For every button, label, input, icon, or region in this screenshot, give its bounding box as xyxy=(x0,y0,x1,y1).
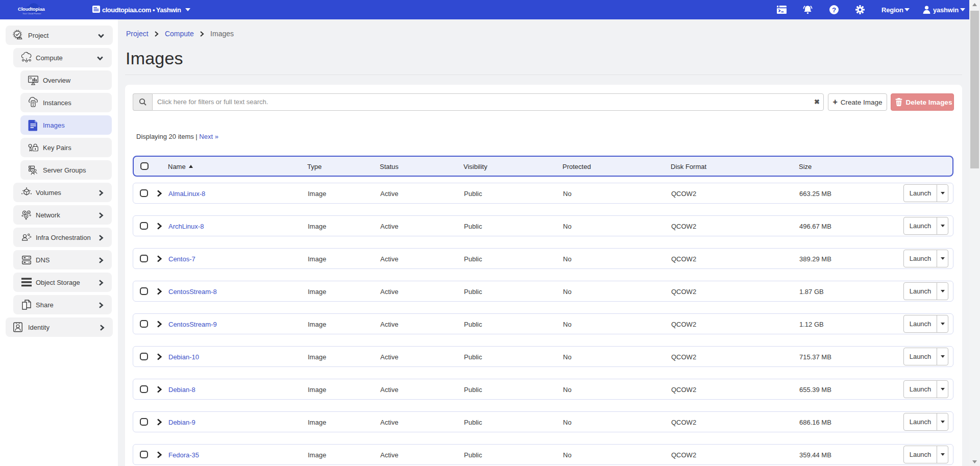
svg-text:?: ? xyxy=(832,6,836,14)
